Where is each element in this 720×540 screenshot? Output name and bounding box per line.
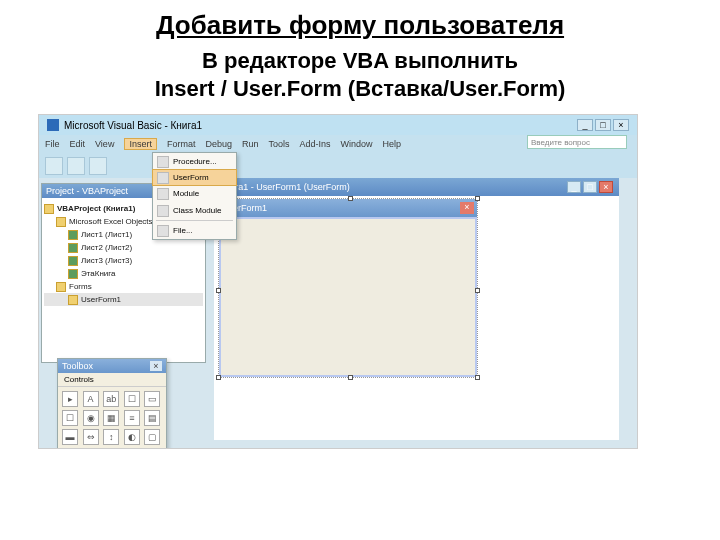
resize-handle[interactable] xyxy=(216,375,221,380)
menu-view[interactable]: View xyxy=(95,139,114,149)
form-icon xyxy=(68,295,78,305)
menu-item-userform[interactable]: UserForm xyxy=(152,169,237,186)
toolbox-tools: ▸ A ab ☐ ▭ ☐ ◉ ▦ ≡ ▤ ▬ ⇔ ↕ ◐ ▢ xyxy=(58,387,166,449)
menu-insert[interactable]: Insert xyxy=(124,138,157,150)
resize-handle[interactable] xyxy=(216,288,221,293)
menu-item-label: Procedure... xyxy=(173,157,217,166)
tree-item[interactable]: Лист3 (Лист3) xyxy=(81,254,132,267)
toolbox-panel[interactable]: Toolbox × Controls ▸ A ab ☐ ▭ ☐ ◉ ▦ ≡ ▤ … xyxy=(57,358,167,449)
panel-title-label: Project - VBAProject xyxy=(46,186,128,196)
sheet-icon xyxy=(68,256,78,266)
window-title: Microsoft Visual Basic - Книга1 xyxy=(64,120,202,131)
menu-item-classmodule[interactable]: Class Module xyxy=(153,202,236,219)
tool-listbox[interactable]: ▭ xyxy=(144,391,160,407)
menu-item-module[interactable]: Module xyxy=(153,185,236,202)
help-search-input[interactable]: Введите вопрос xyxy=(527,135,627,149)
resize-handle[interactable] xyxy=(475,196,480,201)
sheet-icon xyxy=(68,243,78,253)
form-designer-window: Книга1 - UserForm1 (UserForm) _ □ × User… xyxy=(214,178,619,440)
form-win-maximize[interactable]: □ xyxy=(583,181,597,193)
folder-icon xyxy=(56,217,66,227)
toolbox-close-button[interactable]: × xyxy=(150,361,162,371)
menu-item-label: Class Module xyxy=(173,206,221,215)
userform-body[interactable] xyxy=(219,217,477,377)
menu-debug[interactable]: Debug xyxy=(205,139,232,149)
procedure-icon xyxy=(157,156,169,168)
toolbar-button[interactable] xyxy=(89,157,107,175)
resize-handle[interactable] xyxy=(348,196,353,201)
folder-icon xyxy=(56,282,66,292)
folder-icon xyxy=(44,204,54,214)
tool-frame[interactable]: ≡ xyxy=(124,410,140,426)
userform-design-area[interactable]: UserForm1 × xyxy=(218,198,478,378)
toolbox-title: Toolbox xyxy=(62,361,93,371)
menu-item-label: UserForm xyxy=(173,173,209,182)
tool-toggle[interactable]: ▦ xyxy=(103,410,119,426)
menu-format[interactable]: Format xyxy=(167,139,196,149)
menu-item-label: Module xyxy=(173,189,199,198)
menu-divider xyxy=(156,220,233,221)
menu-edit[interactable]: Edit xyxy=(70,139,86,149)
tool-command[interactable]: ▤ xyxy=(144,410,160,426)
menu-file[interactable]: File xyxy=(45,139,60,149)
module-icon xyxy=(157,188,169,200)
minimize-button[interactable]: _ xyxy=(577,119,593,131)
userform-close-icon: × xyxy=(460,202,474,214)
form-window-title: Книга1 - UserForm1 (UserForm) xyxy=(220,182,350,192)
menu-addins[interactable]: Add-Ins xyxy=(299,139,330,149)
resize-handle[interactable] xyxy=(475,288,480,293)
tool-label[interactable]: A xyxy=(83,391,99,407)
tool-image[interactable]: ▢ xyxy=(144,429,160,445)
tree-folder[interactable]: Forms xyxy=(69,280,92,293)
menu-item-procedure[interactable]: Procedure... xyxy=(153,153,236,170)
menu-item-file[interactable]: File... xyxy=(153,222,236,239)
toolbar xyxy=(39,153,637,178)
maximize-button[interactable]: □ xyxy=(595,119,611,131)
tool-tabstrip[interactable]: ▬ xyxy=(62,429,78,445)
file-icon xyxy=(157,225,169,237)
subtitle-line-2: Insert / User.Form (Вставка/User.Form) xyxy=(155,76,566,101)
class-icon xyxy=(157,205,169,217)
design-background xyxy=(484,198,619,440)
app-icon xyxy=(47,119,59,131)
form-win-minimize[interactable]: _ xyxy=(567,181,581,193)
menu-run[interactable]: Run xyxy=(242,139,259,149)
tool-multipage[interactable]: ⇔ xyxy=(83,429,99,445)
titlebar: Microsoft Visual Basic - Книга1 _ □ × xyxy=(39,115,637,135)
close-button[interactable]: × xyxy=(613,119,629,131)
tree-folder[interactable]: Microsoft Excel Objects xyxy=(69,215,153,228)
tree-item-selected[interactable]: UserForm1 xyxy=(81,293,121,306)
tool-pointer[interactable]: ▸ xyxy=(62,391,78,407)
tree-root[interactable]: VBAProject (Книга1) xyxy=(57,202,135,215)
tool-combobox[interactable]: ☐ xyxy=(124,391,140,407)
resize-handle[interactable] xyxy=(475,375,480,380)
slide-subtitle: В редакторе VBA выполнить Insert / User.… xyxy=(0,47,720,102)
insert-dropdown: Procedure... UserForm Module Class Modul… xyxy=(152,152,237,240)
tool-checkbox[interactable]: ☐ xyxy=(62,410,78,426)
menu-help[interactable]: Help xyxy=(383,139,402,149)
menu-tools[interactable]: Tools xyxy=(268,139,289,149)
tool-option[interactable]: ◉ xyxy=(83,410,99,426)
tree-item[interactable]: ЭтаКнига xyxy=(81,267,116,280)
menu-item-label: File... xyxy=(173,226,193,235)
sheet-icon xyxy=(68,230,78,240)
tool-spin[interactable]: ◐ xyxy=(124,429,140,445)
toolbar-button[interactable] xyxy=(67,157,85,175)
menu-window[interactable]: Window xyxy=(341,139,373,149)
tool-textbox[interactable]: ab xyxy=(103,391,119,407)
slide-title: Добавить форму пользователя xyxy=(0,10,720,41)
subtitle-line-1: В редакторе VBA выполнить xyxy=(202,48,518,73)
resize-handle[interactable] xyxy=(348,375,353,380)
userform-icon xyxy=(157,172,169,184)
tool-scroll[interactable]: ↕ xyxy=(103,429,119,445)
tree-item[interactable]: Лист2 (Лист2) xyxy=(81,241,132,254)
workbook-icon xyxy=(68,269,78,279)
tree-item[interactable]: Лист1 (Лист1) xyxy=(81,228,132,241)
toolbox-tab-controls[interactable]: Controls xyxy=(58,373,166,387)
toolbar-button[interactable] xyxy=(45,157,63,175)
vba-editor-window: Microsoft Visual Basic - Книга1 _ □ × Fi… xyxy=(38,114,638,449)
form-win-close[interactable]: × xyxy=(599,181,613,193)
